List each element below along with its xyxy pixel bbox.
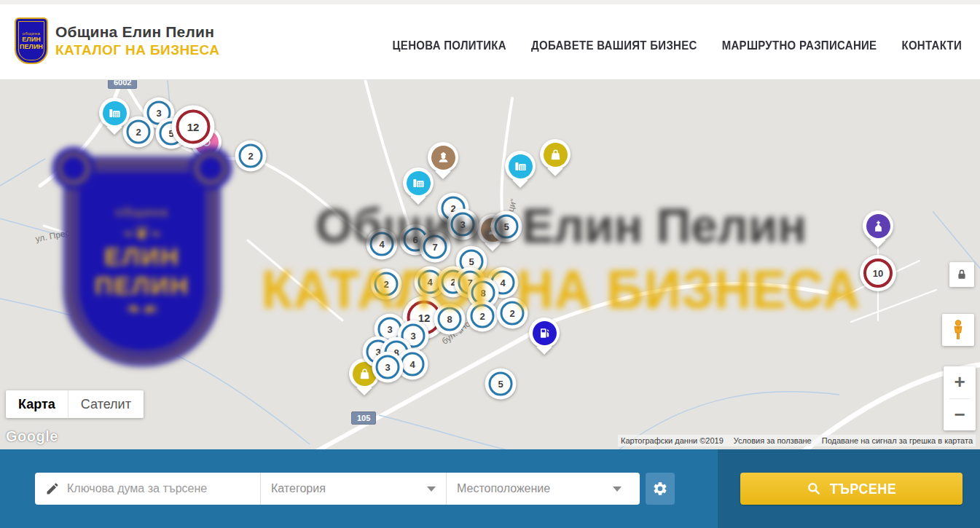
chevron-down-icon (427, 486, 436, 492)
site-logo[interactable]: община ЕЛИН ПЕЛИН Община Елин Пелин КАТА… (15, 17, 219, 64)
watermark-crest: община ⌁❦⌁ ЕЛИН ПЕЛИН ❧☙ (64, 157, 220, 366)
lock-icon (954, 267, 969, 282)
search-button-label: ТЪРСЕНЕ (830, 480, 897, 497)
map-attribution: Картографски данни ©2019Условия за ползв… (618, 435, 976, 446)
pin-head (863, 210, 893, 241)
map-type-control: Карта Сателит (6, 390, 144, 418)
pegman-icon (949, 319, 968, 341)
zoom-control: + − (944, 366, 976, 430)
crest-curl-left (52, 147, 95, 189)
search-bar: Категория Местоположение ТЪРСЕНЕ (0, 449, 980, 528)
nav-route-schedule[interactable]: МАРШРУТНО РАЗПИСАНИЕ (722, 37, 877, 51)
municipality-crest: община ЕЛИН ПЕЛИН (15, 17, 48, 64)
keyword-search-input[interactable] (67, 482, 251, 495)
lock-button[interactable] (949, 262, 974, 287)
attribution-link[interactable]: Подаване на сигнал за грешка в картата (822, 436, 973, 445)
pegman-button[interactable] (942, 314, 974, 346)
map-type-map-button[interactable]: Карта (6, 390, 68, 418)
search-icon (807, 481, 821, 496)
factory-pin[interactable] (505, 151, 536, 181)
watermark-crest-top-text: община (115, 205, 169, 220)
site-title: Община Елин Пелин (55, 23, 219, 41)
church-pin[interactable] (863, 210, 893, 241)
pin-head (99, 98, 130, 128)
map-type-satellite-button[interactable]: Сателит (68, 390, 144, 418)
category-dropdown[interactable]: Категория (261, 473, 447, 505)
factory-pin[interactable] (99, 98, 130, 128)
fuel-pin[interactable] (529, 318, 560, 348)
google-logo[interactable]: Google (6, 428, 58, 445)
chevron-down-icon (613, 486, 622, 492)
pin-head (540, 139, 571, 170)
brand-text: Община Елин Пелин КАТАЛОГ НА БИЗНЕСА (55, 23, 219, 58)
church-icon (866, 214, 890, 238)
location-dropdown-label: Местоположение (457, 482, 613, 495)
zoom-out-button[interactable]: − (944, 399, 976, 431)
gear-icon (652, 481, 668, 497)
worker-icon (431, 146, 455, 170)
search-submit-button[interactable]: ТЪРСЕНЕ (740, 473, 963, 505)
site-header: община ЕЛИН ПЕЛИН Община Елин Пелин КАТА… (0, 0, 980, 80)
keyword-segment[interactable] (35, 473, 261, 505)
factory-icon (509, 154, 533, 178)
crest-name-line1: ЕЛИН (22, 36, 40, 43)
category-dropdown-label: Категория (271, 482, 427, 495)
factory-pin[interactable] (403, 168, 434, 198)
crest-ornament-bottom: ❧☙ (125, 300, 158, 318)
pin-head (529, 318, 560, 348)
attribution-copyright: Картографски данни ©2019 (621, 436, 724, 445)
bag-pin[interactable] (540, 139, 571, 170)
attribution-link[interactable]: Условия за ползване (734, 436, 812, 445)
main-nav: ЦЕНОВА ПОЛИТИКА ДОБАВЕТЕ ВАШИЯТ БИЗНЕС М… (393, 4, 962, 84)
fuel-icon (533, 321, 557, 345)
factory-icon (407, 171, 431, 195)
nav-contacts[interactable]: КОНТАКТИ (901, 37, 962, 51)
crest-ornament-top: ⌁❦⌁ (122, 224, 161, 242)
site-subtitle: КАТАЛОГ НА БИЗНЕСА (55, 42, 219, 58)
bag-icon (544, 143, 568, 167)
pencil-icon (45, 481, 60, 496)
crest-name-line2: ПЕЛИН (20, 43, 43, 50)
location-dropdown[interactable]: Местоположение (447, 473, 632, 505)
advanced-settings-button[interactable] (646, 473, 675, 505)
pin-head (403, 168, 434, 198)
google-map[interactable]: 6002105 ул. Преславбул. „Новоселци“ 3251… (0, 80, 980, 449)
nav-pricing-policy[interactable]: ЦЕНОВА ПОЛИТИКА (393, 37, 506, 51)
pin-head (505, 151, 536, 181)
watermark-crest-line2: ПЕЛИН (95, 271, 189, 300)
factory-icon (103, 101, 127, 125)
filter-box: Категория Местоположение (35, 473, 640, 505)
watermark-crest-line1: ЕЛИН (104, 242, 180, 271)
nav-add-your-business[interactable]: ДОБАВЕТЕ ВАШИЯТ БИЗНЕС (531, 37, 697, 51)
zoom-in-button[interactable]: + (944, 366, 976, 398)
crest-curl-right (189, 147, 232, 189)
